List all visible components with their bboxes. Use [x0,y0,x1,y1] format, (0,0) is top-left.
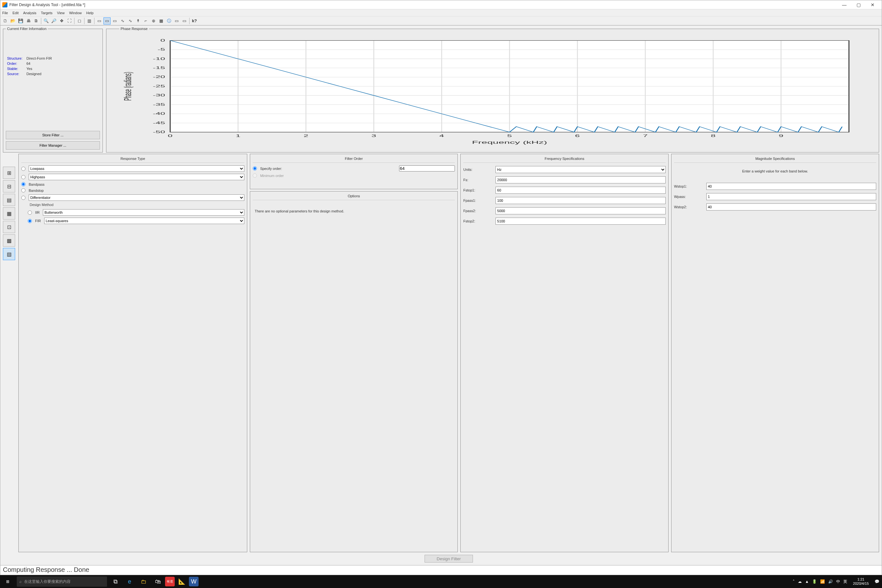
fstop2-input[interactable] [495,218,665,225]
cfi-stable-value: Yes [26,67,32,70]
svg-text:0: 0 [168,134,173,138]
minimize-button[interactable]: — [837,0,851,9]
iir-label[interactable]: IIR [35,210,40,214]
fstop1-input[interactable] [495,187,665,194]
start-button[interactable]: ⊞ [0,575,15,588]
matlab-icon[interactable]: 📐 [175,575,189,588]
maximize-button[interactable]: ▢ [851,0,866,9]
notifications-icon[interactable]: 💬 [874,579,879,584]
fir-radio[interactable] [28,219,32,223]
context-help-icon[interactable]: k? [191,17,198,24]
mag-phase-icon[interactable]: ▭ [111,17,118,24]
specify-order-label[interactable]: Specify order: [260,166,282,171]
menu-file[interactable]: File [2,11,8,15]
wpass-input[interactable] [706,193,876,200]
menu-analysis[interactable]: Analysis [23,11,36,15]
volume-icon[interactable]: 🔊 [828,579,833,584]
group-delay-icon[interactable]: ∿ [119,17,126,24]
differentiator-select[interactable]: Differentiator [29,194,244,201]
edge-icon[interactable]: e [123,575,136,588]
taskbar-search[interactable]: ⌕ 在这里输入你要搜索的内容 [17,576,107,587]
lang-en[interactable]: 英 [843,579,847,585]
sidebar-mode-2[interactable]: ⊟ [3,180,15,192]
freq-title: Frequency Specifications [463,157,665,163]
svg-text:2: 2 [304,134,309,138]
store-icon[interactable]: 🛍 [151,575,165,588]
units-select[interactable]: Hz [495,166,665,173]
svg-text:4: 4 [440,134,444,138]
bandstop-label[interactable]: Bandstop [29,189,44,192]
specify-order-input[interactable] [399,165,455,171]
impulse-resp-icon[interactable]: ↟ [134,17,141,24]
filter-specs-icon[interactable]: ▥ [86,17,93,24]
fpass2-input[interactable] [495,207,665,214]
save-icon[interactable]: 💾 [17,17,24,24]
fpass1-input[interactable] [495,197,665,204]
menu-help[interactable]: Help [86,11,94,15]
cloud-icon[interactable]: ☁ [798,579,802,584]
sidebar-mode-6[interactable]: ▩ [3,234,15,247]
wifi-icon[interactable]: 📶 [820,579,825,584]
menu-targets[interactable]: Targets [41,11,52,15]
fir-label[interactable]: FIR [35,219,41,223]
bandstop-radio[interactable] [21,188,26,192]
bandpass-label[interactable]: Bandpass [29,183,45,186]
open-icon[interactable]: 📂 [9,17,16,24]
system-tray[interactable]: ˄ ☁ ▲ 🔋 📶 🔊 中 英 1:21 2020/4/15 💬 [790,578,882,586]
cfi-order-label: Order: [7,61,26,66]
filter-manager-button[interactable]: Filter Manager ... [6,141,100,150]
info-icon[interactable]: ⓘ [165,17,172,24]
fs-input[interactable] [495,176,665,183]
wstop2-input[interactable] [706,203,876,210]
bandpass-radio[interactable] [21,182,26,186]
sidebar-mode-4[interactable]: ▦ [3,207,15,219]
menu-view[interactable]: View [57,11,65,15]
explorer-icon[interactable]: 🗀 [136,575,151,588]
iir-select[interactable]: Butterworth [43,209,244,216]
specify-order-radio[interactable] [253,166,257,171]
wstop1-label: Wstop1: [674,184,703,188]
design-filter-button[interactable]: Design Filter [424,555,473,562]
current-filter-info-panel: Current Filter Information Structure:Dir… [3,27,103,153]
new-icon[interactable]: 🗋 [2,17,9,24]
sidebar-mode-design[interactable]: ▧ [3,248,15,260]
phase-resp-icon[interactable]: ▭ [104,17,111,24]
lang-zh[interactable]: 中 [836,579,840,585]
magnitude-estimate-icon[interactable]: ▭ [173,17,180,24]
sidebar-mode-5[interactable]: ⊡ [3,221,15,233]
highpass-select[interactable]: Highpass [29,174,244,180]
step-resp-icon[interactable]: ⌐ [142,17,149,24]
store-filter-button[interactable]: Store Filter ... [6,131,100,139]
wstop1-input[interactable] [706,183,876,190]
zoom-in-icon[interactable]: 🔍 [42,17,50,24]
taskbar-clock[interactable]: 1:21 2020/4/15 [850,578,872,586]
differentiator-radio[interactable] [21,196,26,200]
iir-radio[interactable] [28,210,32,215]
fir-select[interactable]: Least-squares [44,218,244,224]
word-icon[interactable]: W [189,577,199,586]
print-icon[interactable]: 🖶 [25,17,32,24]
pole-zero-icon[interactable]: ⊕ [150,17,157,24]
pan-icon[interactable]: ✥ [58,17,65,24]
task-view-icon[interactable]: ⧉ [108,575,123,588]
zoom-out-icon[interactable]: 🔎 [50,17,57,24]
lowpass-radio[interactable] [21,166,26,171]
menu-edit[interactable]: Edit [13,11,19,15]
full-view-icon[interactable]: ◻ [76,17,83,24]
sidebar-mode-3[interactable]: ▤ [3,194,15,206]
battery-icon[interactable]: 🔋 [812,579,817,584]
phase-delay-icon[interactable]: ∿ [127,17,134,24]
app-red-icon[interactable]: 有道 [165,577,175,586]
print-preview-icon[interactable]: 🗎 [33,17,40,24]
lowpass-select[interactable]: Lowpass [29,165,244,172]
sidebar-mode-1[interactable]: ⊞ [3,166,15,179]
menu-window[interactable]: Window [69,11,81,15]
highpass-radio[interactable] [21,175,26,179]
close-button[interactable]: ✕ [866,0,880,9]
restore-view-icon[interactable]: ⛶ [66,17,73,24]
onedrive-icon[interactable]: ▲ [805,579,809,584]
tray-up-icon[interactable]: ˄ [793,579,795,584]
coeffs-icon[interactable]: ▦ [158,17,165,24]
mag-resp-icon[interactable]: ▭ [96,17,103,24]
noise-icon[interactable]: ▭ [181,17,188,24]
